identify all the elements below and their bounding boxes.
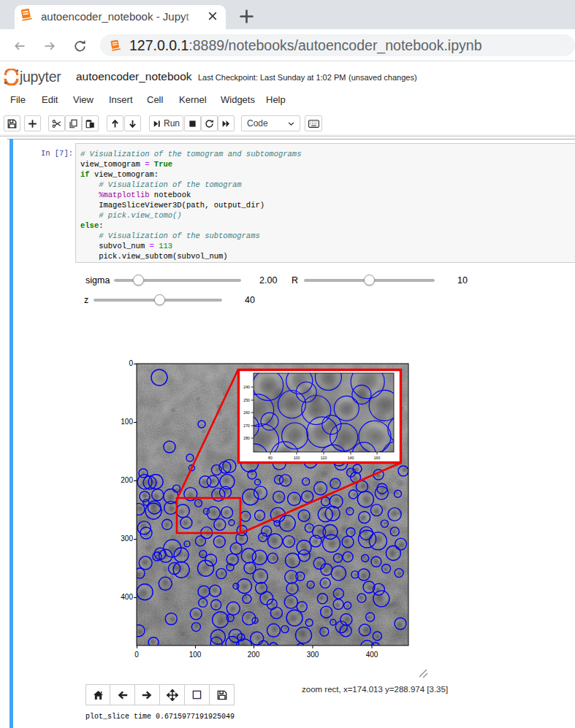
svg-text:140: 140 xyxy=(348,456,354,460)
svg-text:100: 100 xyxy=(294,456,300,460)
svg-text:80: 80 xyxy=(268,456,273,460)
svg-text:250: 250 xyxy=(243,398,250,402)
svg-text:120: 120 xyxy=(321,456,327,460)
svg-text:270: 270 xyxy=(243,424,250,428)
svg-text:280: 280 xyxy=(243,436,250,440)
svg-text:240: 240 xyxy=(243,385,250,389)
svg-text:260: 260 xyxy=(243,410,250,415)
svg-text:160: 160 xyxy=(374,456,381,460)
